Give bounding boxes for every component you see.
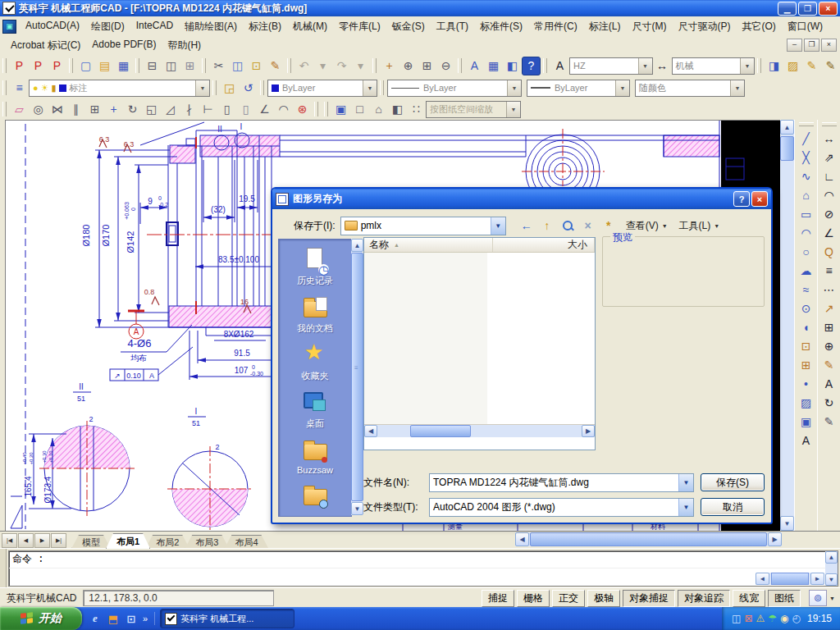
polygonal-viewport-icon[interactable]: ⌂ (369, 100, 388, 119)
tab-prev-icon[interactable]: ◀ (18, 533, 34, 548)
chevron-down-icon[interactable]: ▼ (491, 217, 505, 235)
hatch-edit-icon[interactable]: ▨ (783, 57, 802, 75)
scroll-down-icon[interactable]: ▼ (780, 516, 794, 531)
dimension-update-icon[interactable]: ↻ (819, 393, 838, 412)
scrollbar-thumb[interactable] (351, 253, 363, 501)
scrollbar-thumb[interactable] (530, 532, 767, 546)
zoom-previous-icon[interactable]: ⊖ (436, 57, 455, 75)
menu-item[interactable]: 机械(M) (287, 18, 333, 35)
places-scrollbar[interactable]: ▲ ▼ (351, 239, 363, 515)
toolbar-grip[interactable] (212, 80, 217, 95)
mdi-restore-button[interactable]: ❐ (804, 39, 819, 52)
start-button[interactable]: 开始 (0, 607, 82, 630)
menu-item[interactable]: Adobe PDF(B) (86, 37, 162, 54)
desktop-shortcut-icon[interactable]: ⊡ (125, 612, 138, 625)
undo-dropdown-icon[interactable]: ▾ (313, 57, 332, 75)
menu-item[interactable]: 常用件(C) (528, 18, 583, 35)
warning-icon[interactable]: ⚠ (756, 614, 765, 623)
antivirus-umbrella-icon[interactable]: ☂ (768, 614, 777, 623)
menu-item[interactable]: Acrobat 标记(C) (5, 37, 86, 54)
undo-icon[interactable]: ↶ (294, 57, 313, 75)
file-name-combo[interactable]: TOPRA MD1224 内花键气缸筒.dwg ▼ (429, 473, 694, 492)
menu-item[interactable]: 尺寸(M) (626, 18, 672, 35)
cancel-button[interactable]: 取消 (701, 498, 765, 516)
clock[interactable]: 19:15 (807, 613, 832, 624)
copy-icon[interactable]: ◫ (228, 57, 247, 75)
viewport-scale-combo[interactable]: 按图纸空间缩放▼ (426, 101, 521, 118)
scroll-up-icon[interactable]: ▲ (351, 239, 363, 252)
spline-icon[interactable]: ≈ (797, 280, 815, 299)
break-at-point-icon[interactable]: ▯ (217, 100, 236, 119)
restore-button[interactable]: ❐ (798, 2, 817, 16)
tab-布局4[interactable]: 布局4 (224, 535, 268, 549)
linear-dimension-icon[interactable]: ↔ (819, 129, 838, 148)
menu-item[interactable]: 钣金(S) (386, 18, 431, 35)
up-one-level-icon[interactable]: ↑ (538, 217, 556, 234)
extend-icon[interactable]: ⊢ (199, 100, 217, 119)
toolbar-grip[interactable] (314, 102, 318, 116)
toolbar-grip[interactable] (324, 102, 328, 116)
scroll-down-icon[interactable]: ▼ (351, 502, 363, 515)
scroll-left-icon[interactable]: ◀ (364, 425, 377, 437)
menu-item[interactable]: InteCAD (130, 18, 179, 35)
region-icon[interactable]: ▣ (797, 412, 815, 431)
open-file-icon[interactable]: ▤ (95, 57, 114, 75)
rotate-icon[interactable]: ↻ (123, 100, 142, 119)
scrollbar-thumb[interactable] (780, 136, 794, 161)
ellipse-icon[interactable]: ⊙ (797, 299, 815, 317)
menu-item[interactable]: 其它(O) (736, 18, 781, 35)
construction-line-icon[interactable]: ╳ (797, 148, 815, 167)
polygon-icon[interactable]: ⌂ (797, 185, 815, 204)
single-viewport-icon[interactable]: □ (350, 100, 369, 119)
file-type-combo[interactable]: AutoCAD 2004 图形 (*.dwg) ▼ (429, 498, 694, 517)
match-properties-icon[interactable]: ✎ (266, 57, 285, 75)
dbconnect-icon[interactable]: ◧ (503, 57, 522, 75)
toolbar-grip[interactable] (260, 80, 264, 95)
toggle-栅格[interactable]: 栅格 (517, 590, 550, 607)
canvas-horizontal-scrollbar[interactable]: ◀ ▶ (515, 532, 782, 546)
angular-dimension-icon[interactable]: ∠ (819, 223, 838, 242)
zoom-window-icon[interactable]: ⊞ (418, 57, 436, 75)
scroll-right-icon[interactable]: ▶ (582, 425, 595, 437)
paste-icon[interactable]: ⊡ (247, 57, 266, 75)
circle-icon[interactable]: ○ (797, 242, 815, 261)
chevron-down-icon[interactable]: ▼ (678, 499, 693, 516)
scroll-right-icon[interactable]: ▶ (810, 573, 824, 585)
command-splitter[interactable] (0, 549, 7, 588)
cut-icon[interactable]: ✂ (209, 57, 228, 75)
communication-center-icon[interactable]: ⊚ (809, 590, 827, 606)
scroll-right-icon[interactable]: ▶ (768, 532, 782, 546)
place-docs[interactable]: 我的文档 (279, 295, 351, 335)
menu-item[interactable]: 绘图(D) (85, 18, 130, 35)
radius-dimension-icon[interactable]: ◠ (819, 185, 838, 204)
ellipse-arc-icon[interactable]: ◖ (797, 317, 815, 336)
erase-icon[interactable]: ▱ (10, 100, 29, 119)
save-button[interactable]: 保存(S) (701, 473, 765, 491)
column-name[interactable]: 名称▲ (364, 238, 493, 252)
break-icon[interactable]: ▯ (236, 100, 255, 119)
toolbar-grip[interactable] (287, 58, 291, 73)
task-button[interactable]: 英科宇 机械工程... (160, 609, 294, 628)
volume-icon[interactable]: ◉ (780, 614, 788, 623)
menu-item[interactable]: 标注(B) (243, 18, 287, 35)
redo-icon[interactable]: ↷ (332, 57, 351, 75)
revision-cloud-icon[interactable]: ☁ (797, 261, 815, 280)
dialog-help-button[interactable]: ? (733, 191, 750, 207)
column-size[interactable]: 大小 (493, 238, 595, 252)
toggle-对象追踪[interactable]: 对象追踪 (678, 590, 730, 607)
file-list[interactable]: 名称▲ 大小 ◀ ▶ (363, 237, 596, 450)
scrollbar-thumb[interactable] (410, 425, 471, 437)
canvas-vertical-scrollbar[interactable]: ▲ ▼ (780, 120, 794, 531)
color-combo[interactable]: ByLayer▼ (267, 80, 377, 97)
toolbar-grip[interactable] (458, 58, 462, 73)
convert-object-viewport-icon[interactable]: ◧ (388, 100, 407, 119)
text-style-combo[interactable]: HZ▼ (569, 57, 653, 75)
point-icon[interactable]: • (797, 374, 815, 393)
help-icon[interactable]: ? (522, 57, 541, 75)
place-history[interactable]: ◷历史记录 (279, 248, 351, 287)
linetype-combo[interactable]: ByLayer▼ (387, 80, 522, 97)
pdf-convert-icon[interactable]: P (10, 57, 29, 75)
palettes-icon[interactable]: ▦ (484, 57, 503, 75)
place-ftp[interactable] (279, 483, 351, 508)
file-list-body[interactable] (364, 253, 595, 424)
